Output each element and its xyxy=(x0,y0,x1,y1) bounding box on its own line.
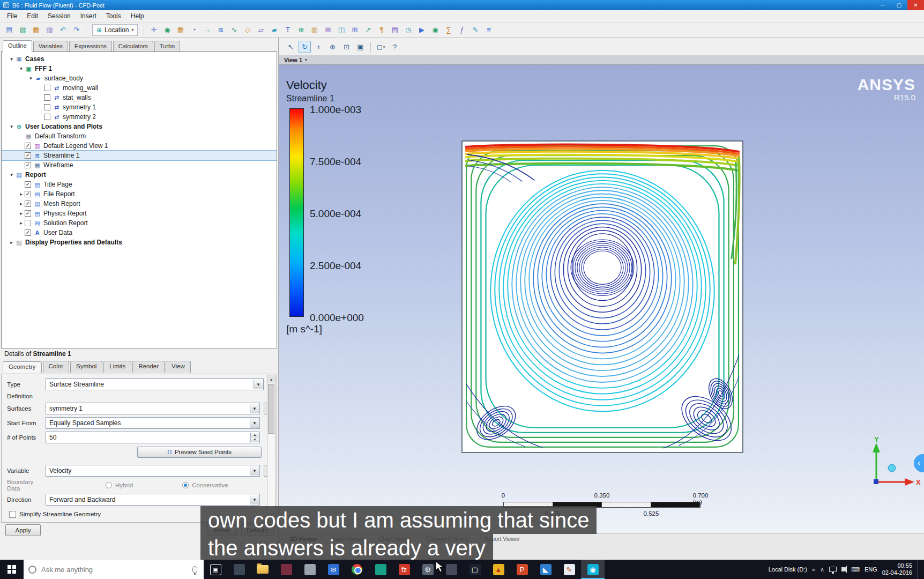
tree-item-report[interactable]: ▾▤Report xyxy=(2,170,277,180)
render-options-icon[interactable]: ◻▾ xyxy=(375,41,387,53)
menu-insert[interactable]: Insert xyxy=(76,11,101,21)
apply-button[interactable]: Apply xyxy=(5,524,41,536)
scrollbar-thumb[interactable] xyxy=(268,384,274,434)
wireframe-view-icon[interactable]: ▦ xyxy=(174,24,187,36)
tree-item-moving-wall[interactable]: ⇄moving_wall xyxy=(2,83,277,93)
redo-icon[interactable]: ↷ xyxy=(70,24,83,36)
menu-tools[interactable]: Tools xyxy=(101,11,126,21)
select-icon[interactable]: ↖ xyxy=(285,41,297,53)
menu-session[interactable]: Session xyxy=(43,11,76,21)
slice-plane-icon[interactable]: ▱ xyxy=(255,24,267,36)
taskbar-app-file-explorer[interactable] xyxy=(251,560,274,579)
location-dropdown[interactable]: ⊕ Location ▾ xyxy=(92,24,138,36)
conservative-radio[interactable] xyxy=(182,482,189,488)
points-spinbox[interactable]: 50 ▲▼ xyxy=(46,432,260,443)
3d-viewport[interactable]: Velocity Streamline 1 1.000e-0037.500e-0… xyxy=(279,65,924,533)
table-icon[interactable]: ⊞ xyxy=(348,24,361,36)
surfaces-dropdown[interactable]: symmetry 1 ▼ xyxy=(46,403,260,414)
function-calculator-icon[interactable]: ƒ xyxy=(456,24,468,36)
taskbar-app-cfd-post[interactable]: ◉ xyxy=(581,560,605,579)
visibility-checkbox[interactable] xyxy=(44,94,50,101)
coord-frame-icon[interactable]: ⊕ xyxy=(295,24,307,36)
text-annotation-icon[interactable]: T xyxy=(281,24,294,36)
spin-down-icon[interactable]: ▼ xyxy=(251,437,259,442)
taskbar-app-fz-app[interactable]: fz xyxy=(392,560,416,579)
fit-view-icon[interactable]: ▣ xyxy=(354,41,367,53)
expander-icon[interactable]: ▸ xyxy=(18,201,25,206)
taskbar-app-display-app[interactable]: ▢ xyxy=(463,560,487,579)
taskbar-app-task-view[interactable]: ▣ xyxy=(204,560,227,579)
vector-icon[interactable]: → xyxy=(201,24,213,36)
zoom-box-icon[interactable]: ⊡ xyxy=(340,41,353,53)
save-file-icon[interactable]: ▦ xyxy=(30,24,42,36)
visibility-checkbox[interactable]: ✓ xyxy=(25,191,31,197)
taskbar-app-folder-app[interactable] xyxy=(298,560,322,579)
search-input[interactable] xyxy=(41,566,192,574)
visibility-checkbox[interactable]: ✓ xyxy=(25,143,31,149)
visibility-checkbox[interactable]: ✓ xyxy=(25,210,31,217)
expander-icon[interactable]: ▸ xyxy=(18,191,25,197)
tree-item-display-properties-and-defaults[interactable]: ▸▨Display Properties and Defaults xyxy=(2,237,277,247)
visibility-checkbox[interactable]: ✓ xyxy=(25,229,31,236)
tab-outline[interactable]: Outline xyxy=(3,40,32,52)
tree-item-default-transform[interactable]: ▦Default Transform xyxy=(2,131,277,141)
microphone-icon[interactable] xyxy=(192,566,197,573)
new-file-icon[interactable]: ▤ xyxy=(3,24,16,36)
chart-icon[interactable]: ↗ xyxy=(362,24,374,36)
tree-item-default-legend-view-1[interactable]: ✓▥Default Legend View 1 xyxy=(2,141,277,151)
print-icon[interactable]: ▥ xyxy=(43,24,56,36)
menu-file[interactable]: File xyxy=(2,11,22,21)
tree-item-cases[interactable]: ▾▣Cases xyxy=(2,54,277,64)
tab-expressions[interactable]: Expressions xyxy=(69,41,112,51)
scroll-up-icon[interactable]: ▲ xyxy=(267,375,275,383)
taskbar-app-media-app[interactable] xyxy=(274,560,298,579)
taskbar-app-powerpoint[interactable]: P xyxy=(510,560,534,579)
chevron-down-icon[interactable]: ▼ xyxy=(250,418,259,428)
clock[interactable]: 00:55 02-04-2016 xyxy=(882,562,912,576)
rotate-icon[interactable]: ↻ xyxy=(299,41,311,53)
details-tab-symbol[interactable]: Symbol xyxy=(70,361,102,373)
details-tab-view[interactable]: View xyxy=(166,361,191,373)
hybrid-radio[interactable] xyxy=(106,482,112,488)
tree-item-user-data[interactable]: ✓AUser Data xyxy=(2,228,277,237)
taskbar-search[interactable] xyxy=(24,560,204,579)
taskbar-app-photos[interactable]: ◣ xyxy=(534,560,557,579)
details-tab-geometry[interactable]: Geometry xyxy=(3,361,42,373)
select-tool-icon[interactable]: ✛ xyxy=(147,24,160,36)
spinner-buttons[interactable]: ▲▼ xyxy=(250,433,259,442)
direction-dropdown[interactable]: Forward and Backward ▼ xyxy=(46,494,260,506)
start-from-dropdown[interactable]: Equally Spaced Samples ▼ xyxy=(46,417,260,429)
maximize-button[interactable]: ▢ xyxy=(891,0,907,10)
legend-item-icon[interactable]: ▥ xyxy=(308,24,321,36)
form-scrollbar[interactable]: ▲ ▼ xyxy=(267,375,275,522)
tree-item-symmetry-1[interactable]: ⇄symmetry 1 xyxy=(2,102,277,112)
tree-item-wireframe[interactable]: ✓▦Wireframe xyxy=(2,160,277,170)
undo-icon[interactable]: ↶ xyxy=(57,24,69,36)
language-indicator[interactable]: ENG xyxy=(865,566,877,573)
tree-item-solution-report[interactable]: ▸▤Solution Report xyxy=(2,218,277,228)
visibility-checkbox[interactable]: ✓ xyxy=(25,181,31,188)
comment-icon[interactable]: ¶ xyxy=(375,24,388,36)
tree-item-fff-1[interactable]: ▾▣FFF 1 xyxy=(2,64,277,73)
keyboard-icon[interactable]: ⌨ xyxy=(851,566,860,573)
expander-icon[interactable]: ▾ xyxy=(18,66,25,71)
expander-icon[interactable]: ▾ xyxy=(8,56,15,62)
snapshot-icon[interactable]: ◉ xyxy=(429,24,441,36)
expander-icon[interactable]: ▸ xyxy=(18,211,25,216)
streamline-icon[interactable]: ≋ xyxy=(214,24,227,36)
open-file-icon[interactable]: ▧ xyxy=(17,24,29,36)
expander-icon[interactable]: ▸ xyxy=(18,220,25,226)
taskbar-app-app-window[interactable] xyxy=(227,560,251,579)
zoom-icon[interactable]: ⊕ xyxy=(326,41,339,53)
speaker-icon[interactable] xyxy=(841,567,845,571)
visibility-checkbox[interactable] xyxy=(44,114,50,120)
macro-editor-icon[interactable]: ✎ xyxy=(469,24,481,36)
chevron-down-icon[interactable]: ▼ xyxy=(250,404,259,413)
volume-render-icon[interactable]: ▰ xyxy=(268,24,280,36)
spin-up-icon[interactable]: ▲ xyxy=(251,433,259,437)
taskbar-app-teal-app[interactable] xyxy=(369,560,392,579)
tree-item-symmetry-2[interactable]: ⇄symmetry 2 xyxy=(2,112,277,122)
taskbar-app-chrome[interactable] xyxy=(345,560,369,579)
visibility-checkbox[interactable] xyxy=(25,220,31,226)
details-tab-render[interactable]: Render xyxy=(132,361,165,373)
